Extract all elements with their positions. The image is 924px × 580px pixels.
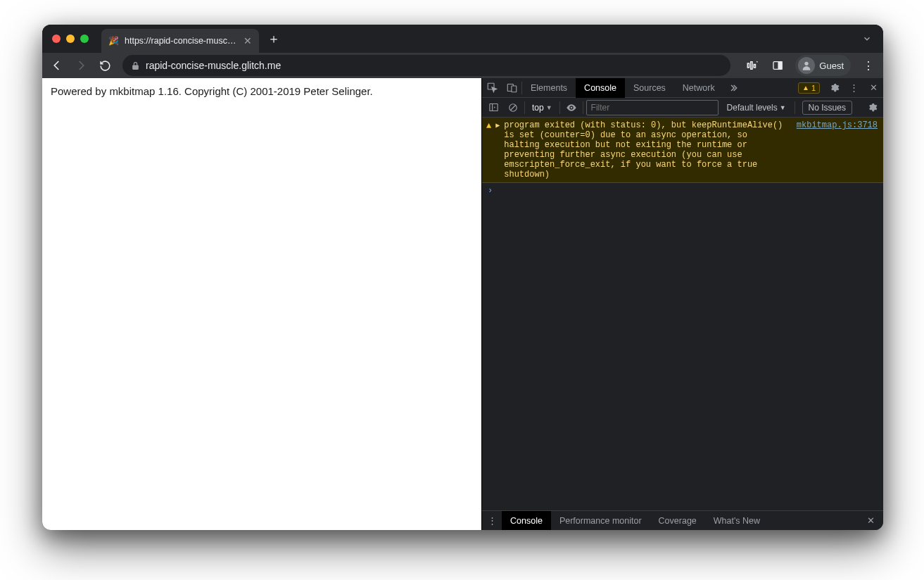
console-output[interactable]: ▲ ▶ program exited (with status: 0), but…: [482, 118, 883, 510]
tabs-overflow-button[interactable]: [862, 34, 872, 44]
maximize-window-button[interactable]: [80, 34, 89, 43]
inspect-element-button[interactable]: [482, 78, 502, 98]
svg-rect-5: [779, 62, 783, 70]
minimize-window-button[interactable]: [66, 34, 75, 43]
svg-rect-10: [489, 104, 497, 111]
svg-line-13: [511, 105, 516, 110]
address-bar[interactable]: rapid-concise-muscle.glitch.me: [122, 55, 730, 76]
browser-window: 🎉 https://rapid-concise-muscle.g ✕ ＋ rap…: [42, 25, 883, 530]
filter-input[interactable]: [586, 100, 719, 115]
back-button[interactable]: [46, 55, 68, 76]
profile-label: Guest: [819, 61, 844, 71]
warning-triangle-icon: ▲: [802, 84, 809, 92]
tab-favicon-icon: 🎉: [108, 36, 119, 46]
page-text: Powered by mkbitmap 1.16. Copyright (C) …: [51, 85, 473, 97]
tab-console[interactable]: Console: [576, 78, 625, 98]
log-levels-selector[interactable]: Default levels ▼: [721, 103, 792, 113]
svg-point-6: [805, 62, 809, 65]
panel-toggle-icon[interactable]: [767, 55, 788, 76]
svg-rect-2: [754, 65, 756, 68]
context-label: top: [532, 103, 544, 113]
svg-rect-0: [748, 63, 749, 68]
url-text: rapid-concise-muscle.glitch.me: [146, 60, 281, 71]
devtools-panel: Elements Console Sources Network ▲ 1 ⋮ ✕: [482, 78, 883, 530]
expand-caret-icon[interactable]: ▶: [495, 120, 500, 132]
tabs-overflow-icon[interactable]: [723, 78, 743, 98]
devtools-menu-button[interactable]: ⋮: [844, 78, 863, 98]
tab-bar: 🎉 https://rapid-concise-muscle.g ✕ ＋: [42, 25, 883, 53]
drawer-menu-button[interactable]: ⋮: [482, 511, 502, 531]
context-selector[interactable]: top ▼: [528, 103, 557, 113]
warning-message: program exited (with status: 0), but kee…: [504, 120, 787, 179]
window-controls: [52, 34, 89, 43]
warning-source-link[interactable]: mkbitmap.js:3718: [797, 120, 878, 130]
drawer-tab-console[interactable]: Console: [502, 511, 551, 531]
warning-icon: ▲: [486, 120, 491, 132]
levels-label: Default levels: [727, 103, 778, 113]
content-area: Powered by mkbitmap 1.16. Copyright (C) …: [42, 78, 883, 530]
dropdown-caret-icon: ▼: [780, 104, 786, 111]
close-tab-button[interactable]: ✕: [243, 36, 252, 46]
forward-button[interactable]: [70, 55, 91, 76]
close-window-button[interactable]: [52, 34, 61, 43]
toolbar-right: Guest ⋮: [742, 55, 879, 76]
clear-console-button[interactable]: [505, 99, 521, 116]
filter-field[interactable]: [586, 100, 719, 115]
prompt-caret-icon: ›: [488, 186, 493, 196]
media-control-icon[interactable]: [742, 55, 763, 76]
new-tab-button[interactable]: ＋: [267, 30, 280, 47]
devtools-close-button[interactable]: ✕: [863, 78, 883, 98]
browser-menu-button[interactable]: ⋮: [858, 55, 879, 76]
console-settings-button[interactable]: [863, 99, 880, 116]
tab-title: https://rapid-concise-muscle.g: [125, 36, 238, 46]
toolbar: rapid-concise-muscle.glitch.me Guest ⋮: [42, 53, 883, 78]
page-content: Powered by mkbitmap 1.16. Copyright (C) …: [42, 78, 482, 530]
dropdown-caret-icon: ▼: [546, 104, 552, 111]
devtools-settings-button[interactable]: [824, 78, 844, 98]
console-prompt[interactable]: ›: [482, 183, 883, 198]
device-toolbar-button[interactable]: [502, 78, 521, 98]
svg-point-14: [570, 106, 572, 108]
console-toolbar: top ▼ Default levels ▼ No Issues: [482, 98, 883, 118]
reload-button[interactable]: [94, 55, 115, 76]
drawer-tab-performance-monitor[interactable]: Performance monitor: [551, 511, 650, 531]
devtools-tabbar: Elements Console Sources Network ▲ 1 ⋮ ✕: [482, 78, 883, 98]
svg-rect-1: [751, 62, 752, 70]
console-warning-row[interactable]: ▲ ▶ program exited (with status: 0), but…: [482, 118, 883, 183]
warning-count: 1: [811, 84, 816, 92]
tab-elements[interactable]: Elements: [522, 78, 576, 98]
console-sidebar-toggle[interactable]: [485, 99, 502, 116]
svg-rect-9: [511, 86, 516, 92]
lock-icon: [131, 61, 140, 70]
profile-chip[interactable]: Guest: [795, 55, 851, 76]
issues-button[interactable]: No Issues: [802, 101, 852, 115]
browser-tab[interactable]: 🎉 https://rapid-concise-muscle.g ✕: [101, 29, 259, 53]
tab-network[interactable]: Network: [674, 78, 723, 98]
devtools-drawer: ⋮ Console Performance monitor Coverage W…: [482, 510, 883, 530]
drawer-tab-whats-new[interactable]: What's New: [705, 511, 768, 531]
live-expression-button[interactable]: [563, 99, 580, 116]
tab-sources[interactable]: Sources: [625, 78, 674, 98]
avatar-icon: [798, 57, 815, 74]
warning-count-badge[interactable]: ▲ 1: [798, 82, 820, 94]
drawer-close-button[interactable]: ✕: [861, 511, 880, 531]
drawer-tab-coverage[interactable]: Coverage: [650, 511, 705, 531]
